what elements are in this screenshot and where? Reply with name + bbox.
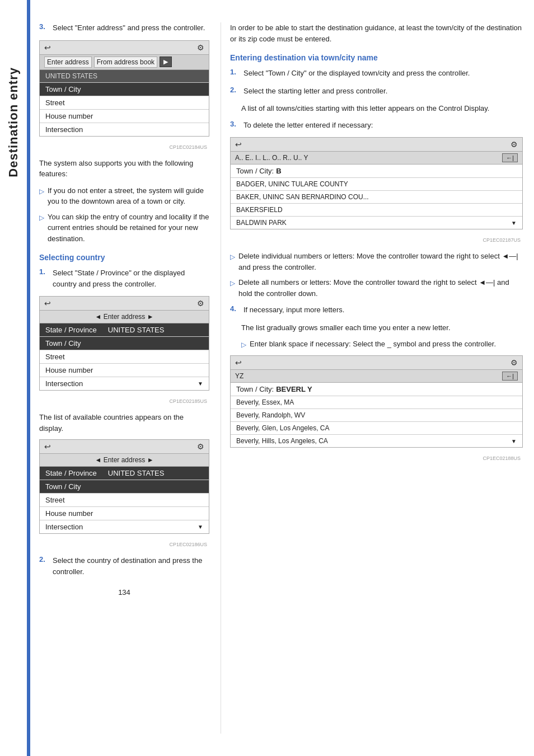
screen3-scroll-arrow: ▼ bbox=[198, 524, 203, 530]
screen4-row2: BAKER, UNINC SAN BERNARDINO COU... bbox=[231, 191, 522, 204]
screen2-state-label: State / Province bbox=[45, 326, 97, 334]
bullet-blank: ▷ Enter blank space if necessary: Select… bbox=[241, 339, 523, 350]
bullet-right-arrow-1: ▷ bbox=[230, 252, 235, 262]
screen2-house: House number bbox=[40, 364, 209, 377]
right-step2-sub: A list of all towns/cities starting with… bbox=[241, 103, 523, 114]
screen5-wrapper: ↩ ⚙ YZ ←| Town / City: BEVERL Y Beverly,… bbox=[230, 355, 523, 461]
screen2-settings-icon: ⚙ bbox=[197, 299, 204, 308]
screen4-scroll-arrow: ▼ bbox=[511, 220, 517, 226]
screen4-alpha-text: A.. E.. I.. L.. O.. R.. U.. Y bbox=[235, 154, 308, 162]
screen4-row4-text: BALDWIN PARK bbox=[236, 219, 287, 227]
right-step4: 4. If necessary, input more letters. bbox=[230, 304, 523, 316]
screen5-alpha-bar: YZ ←| bbox=[231, 370, 522, 383]
screen5-header: ↩ ⚙ bbox=[231, 356, 522, 370]
screen4-header: ↩ ⚙ bbox=[231, 138, 522, 152]
screen1-house: House number bbox=[40, 110, 209, 123]
step-3-number: 3. bbox=[39, 22, 50, 31]
screen1-intersection: Intersection bbox=[40, 123, 209, 136]
screen5-scroll-arrow: ▼ bbox=[511, 438, 517, 444]
step-3-text: Select "Enter address" and press the con… bbox=[53, 22, 205, 34]
right-step1: 1. Select "Town / City" or the displayed… bbox=[230, 68, 523, 79]
bullet-right-text-1: Delete individual numbers or letters: Mo… bbox=[238, 251, 523, 273]
screen1-street: Street bbox=[40, 96, 209, 110]
screen2-intersection-text: Intersection bbox=[45, 379, 83, 388]
right-step2-text: Select the starting letter and press con… bbox=[243, 86, 387, 97]
screen2-town: Town / City bbox=[40, 337, 209, 350]
right-step3-number: 3. bbox=[230, 120, 241, 128]
main-content: 3. Select "Enter address" and press the … bbox=[30, 0, 534, 756]
screen4-alpha-bar: A.. E.. I.. L.. O.. R.. U.. Y ←| bbox=[231, 152, 522, 165]
screen5-town-value: BEVERL Y bbox=[276, 385, 312, 393]
screen1-back-icon: ↩ bbox=[44, 43, 51, 52]
screen5-town-label: Town / City: bbox=[236, 385, 274, 393]
screen4-town-row: Town / City: B bbox=[231, 165, 522, 178]
right-para1: In order to be able to start the destina… bbox=[230, 22, 523, 44]
screen5-ref: CP1EC02188US bbox=[230, 456, 523, 461]
screen4-row3: BAKERSFIELD bbox=[231, 204, 522, 217]
screen3-header: ↩ ⚙ bbox=[40, 440, 209, 454]
bullet-1-text-2: You can skip the entry of country and lo… bbox=[48, 212, 209, 245]
left-column: 3. Select "Enter address" and press the … bbox=[30, 22, 221, 734]
screen3-state-label: State / Province bbox=[45, 469, 97, 477]
right-step1-number: 1. bbox=[230, 68, 241, 76]
screen4-row1: BADGER, UNINC TULARE COUNTY bbox=[231, 178, 522, 191]
screen5-row4: Beverly, Hills, Los Angeles, CA ▼ bbox=[231, 435, 522, 447]
bullet-arrow-2: ▷ bbox=[39, 213, 44, 223]
screen3-wrapper: ↩ ⚙ ◄ Enter address ► State / Province U… bbox=[39, 439, 209, 547]
screen3-house: House number bbox=[40, 507, 209, 520]
screen5-row3: Beverly, Glen, Los Angeles, CA bbox=[231, 422, 522, 435]
page-number-text: 134 bbox=[118, 588, 130, 597]
screen3-settings-icon: ⚙ bbox=[197, 442, 204, 451]
screen3-state-value: UNITED STATES bbox=[108, 469, 165, 477]
screen5-alpha-text: YZ bbox=[235, 372, 243, 380]
screen2-back-icon: ↩ bbox=[44, 299, 51, 308]
step-3: 3. Select "Enter address" and press the … bbox=[39, 22, 209, 34]
bullet-1-item-2: ▷ You can skip the entry of country and … bbox=[39, 212, 209, 245]
page-container: Destination entry 3. Select "Enter addre… bbox=[0, 0, 534, 756]
right-column: In order to be able to start the destina… bbox=[221, 22, 534, 734]
para2: The list of available countries appears … bbox=[39, 412, 209, 434]
step-2-left-text: Select the country of destination and pr… bbox=[53, 555, 209, 577]
bullet-1-item-1: ▷ If you do not enter a street, the syst… bbox=[39, 185, 209, 207]
screen2-center-label: ◄ Enter address ► bbox=[40, 311, 209, 323]
entering-destination-heading: Entering destination via town/city name bbox=[230, 53, 523, 62]
screen1-enter-address[interactable]: Enter address bbox=[44, 57, 92, 68]
bullet-arrow-1: ▷ bbox=[39, 186, 44, 196]
bullet-blank-list: ▷ Enter blank space if necessary: Select… bbox=[241, 339, 523, 350]
screen5-back-icon: ↩ bbox=[235, 358, 242, 367]
screen4-settings-icon: ⚙ bbox=[510, 140, 518, 149]
screen4-backspace[interactable]: ←| bbox=[502, 153, 518, 162]
screen3-state-row: State / Province UNITED STATES bbox=[40, 467, 209, 480]
screen4: ↩ ⚙ A.. E.. I.. L.. O.. R.. U.. Y ←| Tow… bbox=[230, 137, 523, 229]
screen3-back-icon: ↩ bbox=[44, 442, 51, 451]
screen5-settings-icon: ⚙ bbox=[510, 358, 518, 367]
screen2-wrapper: ↩ ⚙ ◄ Enter address ► State / Province U… bbox=[39, 296, 209, 404]
step-1-left: 1. Select "State / Province" or the disp… bbox=[39, 267, 209, 289]
screen5: ↩ ⚙ YZ ←| Town / City: BEVERL Y Beverly,… bbox=[230, 355, 523, 448]
right-step4-number: 4. bbox=[230, 304, 241, 313]
screen1-ref: CP1EC02184US bbox=[39, 144, 209, 150]
screen2: ↩ ⚙ ◄ Enter address ► State / Province U… bbox=[39, 296, 209, 391]
right-step1-text: Select "Town / City" or the displayed to… bbox=[243, 68, 470, 79]
screen1-from-address-book[interactable]: From address book bbox=[94, 57, 157, 68]
step-1-left-number: 1. bbox=[39, 267, 50, 276]
sidebar: Destination entry bbox=[0, 0, 27, 756]
bullet-list-right: ▷ Delete individual numbers or letters: … bbox=[230, 251, 523, 299]
bullet-right-text-2: Delete all numbers or letters: Move the … bbox=[238, 277, 523, 299]
screen1-country: UNITED STATES bbox=[40, 70, 209, 83]
bullet-right-2: ▷ Delete all numbers or letters: Move th… bbox=[230, 277, 523, 299]
screen2-header: ↩ ⚙ bbox=[40, 297, 209, 311]
screen5-backspace[interactable]: ←| bbox=[502, 372, 518, 381]
screen5-row2: Beverly, Randolph, WV bbox=[231, 409, 522, 422]
screen1-arrow[interactable]: ▶ bbox=[160, 57, 172, 67]
sidebar-title: Destination entry bbox=[6, 67, 21, 177]
screen3: ↩ ⚙ ◄ Enter address ► State / Province U… bbox=[39, 439, 209, 534]
screen4-town-value: B bbox=[276, 167, 281, 175]
screen1-settings-icon: ⚙ bbox=[197, 43, 204, 52]
screen3-street: Street bbox=[40, 494, 209, 507]
screen1-menu-bar: Enter address From address book ▶ bbox=[40, 55, 209, 70]
selecting-country-heading: Selecting country bbox=[39, 253, 209, 262]
screen4-back-icon: ↩ bbox=[235, 140, 242, 149]
screen2-ref: CP1EC02185US bbox=[39, 398, 209, 404]
screen3-town: Town / City bbox=[40, 480, 209, 494]
